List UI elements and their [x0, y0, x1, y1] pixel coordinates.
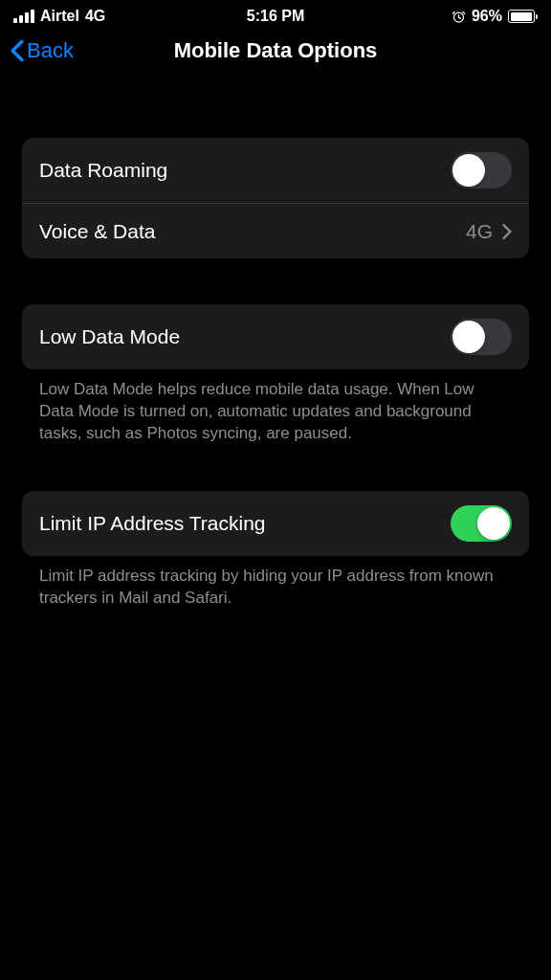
- voice-data-label: Voice & Data: [39, 220, 155, 243]
- status-left: Airtel 4G: [13, 8, 105, 25]
- page-title: Mobile Data Options: [174, 38, 378, 63]
- toggle-knob: [452, 321, 485, 353]
- voice-data-value-container: 4G: [466, 220, 512, 243]
- signal-icon: [13, 10, 34, 23]
- data-roaming-label: Data Roaming: [39, 159, 167, 182]
- limit-ip-tracking-label: Limit IP Address Tracking: [39, 512, 266, 535]
- chevron-left-icon: [10, 39, 25, 62]
- cell-group: Data Roaming Voice & Data 4G: [22, 138, 529, 258]
- limit-ip-tracking-cell[interactable]: Limit IP Address Tracking: [22, 491, 529, 556]
- back-button[interactable]: Back: [10, 38, 74, 63]
- cell-group: Limit IP Address Tracking: [22, 491, 529, 556]
- chevron-right-icon: [502, 224, 512, 239]
- alarm-icon: [452, 10, 466, 24]
- carrier-label: Airtel: [40, 8, 79, 25]
- voice-data-cell[interactable]: Voice & Data 4G: [22, 203, 529, 258]
- cell-group: Low Data Mode: [22, 304, 529, 369]
- toggle-knob: [477, 507, 510, 540]
- low-data-mode-label: Low Data Mode: [39, 325, 180, 348]
- section-low-data-mode: Low Data Mode Low Data Mode helps reduce…: [22, 304, 529, 445]
- data-roaming-toggle[interactable]: [451, 152, 512, 189]
- content: Data Roaming Voice & Data 4G Low Data Mo…: [0, 138, 551, 610]
- limit-ip-tracking-footer: Limit IP address tracking by hiding your…: [22, 556, 529, 610]
- voice-data-value: 4G: [466, 220, 493, 243]
- data-roaming-cell[interactable]: Data Roaming: [22, 138, 529, 203]
- section-limit-ip-tracking: Limit IP Address Tracking Limit IP addre…: [22, 491, 529, 610]
- status-right: 96%: [452, 8, 538, 25]
- low-data-mode-toggle[interactable]: [451, 319, 512, 355]
- status-bar: Airtel 4G 5:16 PM 96%: [0, 0, 551, 29]
- toggle-knob: [452, 154, 485, 187]
- network-label: 4G: [85, 8, 105, 25]
- battery-icon: [508, 10, 538, 23]
- back-label: Back: [27, 38, 74, 63]
- low-data-mode-cell[interactable]: Low Data Mode: [22, 304, 529, 369]
- clock-label: 5:16 PM: [247, 8, 304, 25]
- low-data-mode-footer: Low Data Mode helps reduce mobile data u…: [22, 369, 529, 445]
- section-data-roaming: Data Roaming Voice & Data 4G: [22, 138, 529, 258]
- limit-ip-tracking-toggle[interactable]: [451, 505, 512, 542]
- battery-percent: 96%: [472, 8, 502, 25]
- nav-header: Back Mobile Data Options: [0, 29, 551, 77]
